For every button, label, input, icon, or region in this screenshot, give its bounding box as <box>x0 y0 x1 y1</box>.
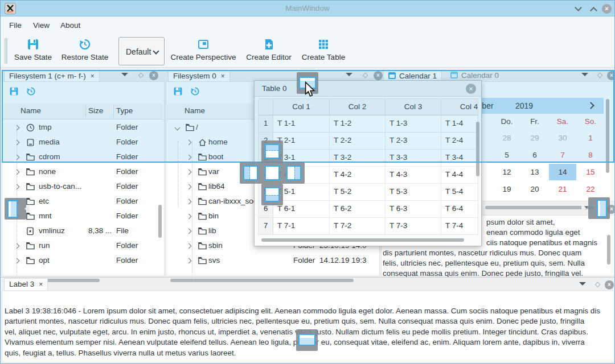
expand-arrow-icon[interactable] <box>186 184 192 190</box>
tab-close-icon[interactable]: × <box>39 280 43 288</box>
restore-state-button[interactable]: Restore State <box>59 38 111 61</box>
restore-icon <box>79 38 91 51</box>
table-cell[interactable]: T 5-4 <box>441 184 478 201</box>
table-cell[interactable]: T 6-3 <box>386 201 441 218</box>
dock-close-icon[interactable]: × <box>605 280 614 289</box>
tree-item-name: usb-to-can... <box>39 182 81 191</box>
tree-item-type: Folder <box>293 256 315 264</box>
table-cell[interactable]: T 5-3 <box>386 184 441 201</box>
save-state-label: Save State <box>14 53 52 61</box>
editor-icon <box>263 38 275 51</box>
tab-label3[interactable]: Label 3× <box>4 278 48 290</box>
table-cell[interactable]: T 6-4 <box>441 201 478 218</box>
minimize-icon[interactable] <box>575 5 584 14</box>
tree-item-name: bin <box>208 212 219 220</box>
tree-item-modified: 14.12.19 19:3 <box>319 256 367 264</box>
tree-row-none[interactable]: noneFolder <box>3 165 163 180</box>
create-editor-button[interactable]: Create Editor <box>244 38 293 61</box>
table-cell[interactable]: T 4-4 <box>441 167 478 184</box>
perspective-combobox[interactable]: Default <box>118 37 165 65</box>
tree-row-vmlinuz[interactable]: vmlinuz8,38 ...File <box>3 224 163 239</box>
table0-hscrollbar[interactable] <box>261 238 464 242</box>
maximize-icon[interactable] <box>590 5 599 14</box>
expand-arrow-icon[interactable] <box>186 214 192 220</box>
calendar-date[interactable]: 22 <box>577 181 604 197</box>
calendar-date[interactable]: 14 <box>549 164 576 180</box>
tree-row-run[interactable]: runFolder <box>3 239 163 254</box>
save-state-button[interactable]: Save State <box>10 38 56 61</box>
tree-item-name: etc <box>39 197 49 205</box>
folder-icon <box>26 242 35 251</box>
table-cell[interactable]: T 7-2 <box>330 218 386 235</box>
lorem-line: psum dolor sit amet, <box>486 218 555 226</box>
split-bottom-icon <box>265 187 280 202</box>
split-top-icon <box>265 144 280 159</box>
window-titlebar[interactable]: MainWindow × <box>1 1 614 16</box>
lorem-line: felis, ultricies nec, pellentesque eu, p… <box>383 259 585 267</box>
tree-item-type: Folder <box>116 167 138 176</box>
toolbar: Save State Restore State Default Create … <box>1 35 614 68</box>
dock-center-icon <box>265 166 280 180</box>
window-close-icon[interactable]: × <box>602 4 612 14</box>
dock-bottom-icon <box>298 334 315 346</box>
label3-tabbar: Label 3× × <box>2 278 614 291</box>
expand-arrow-icon[interactable] <box>186 243 192 249</box>
toolbar-grip[interactable] <box>5 38 7 64</box>
fs1-vscrollbar[interactable] <box>158 205 162 238</box>
menu-view[interactable]: View <box>33 21 50 30</box>
tree-row-svs[interactable]: svsFolder14.12.19 19:3 <box>167 254 379 268</box>
menu-file[interactable]: File <box>9 21 22 30</box>
calendar-date[interactable]: 20 <box>521 181 548 197</box>
table-row-header[interactable]: 7 <box>259 218 273 235</box>
calendar-date[interactable]: 12 <box>493 164 520 180</box>
tree-row-opt[interactable]: optFolder <box>3 254 163 268</box>
calendar-date[interactable]: 19 <box>493 181 520 197</box>
drop-indicator-bottom[interactable] <box>296 329 318 351</box>
table-cell[interactable]: T 5-2 <box>330 184 386 201</box>
dock-menu-icon[interactable] <box>579 282 586 289</box>
dock-float-icon[interactable] <box>595 282 601 288</box>
menu-about[interactable]: About <box>60 21 80 30</box>
tree-item-type: Folder <box>116 212 138 220</box>
calendar-date[interactable]: 21 <box>549 181 576 197</box>
tree-item-name: lib64 <box>208 182 225 191</box>
create-perspective-label: Create Perspective <box>171 53 236 61</box>
table-cell[interactable]: T 4-3 <box>386 167 441 184</box>
expand-arrow-icon[interactable] <box>186 199 192 205</box>
tree-item-size: 8,38 ... <box>88 226 112 235</box>
folder-icon <box>26 168 35 177</box>
dock-right-icon <box>597 200 607 217</box>
drop-indicator-left[interactable] <box>5 198 26 220</box>
tree-item-name: none <box>39 167 56 176</box>
tree-item-type: Folder <box>116 256 138 264</box>
create-table-button[interactable]: Create Table <box>299 38 348 61</box>
tree-item-name: run <box>39 241 50 250</box>
tree-item-name: opt <box>39 256 50 264</box>
drop-indicator-area-left[interactable] <box>240 162 261 184</box>
folder-icon <box>26 257 35 266</box>
drop-indicator-area-bottom[interactable] <box>261 184 283 205</box>
drop-indicator-area-right[interactable] <box>283 162 305 184</box>
drop-indicator-right[interactable] <box>588 197 610 219</box>
drop-indicator-area-top[interactable] <box>261 140 283 162</box>
expand-arrow-icon[interactable] <box>186 258 192 264</box>
lorem-vscrollbar[interactable] <box>607 235 610 264</box>
drop-indicator-area-center[interactable] <box>261 162 283 184</box>
calendar-date[interactable]: 13 <box>521 164 548 180</box>
table-cell[interactable]: T 7-3 <box>386 218 441 235</box>
table-cell[interactable]: T 4-2 <box>330 167 386 184</box>
split-right-icon <box>286 166 301 180</box>
calendar-date[interactable]: 15 <box>577 164 604 180</box>
expand-arrow-icon[interactable] <box>186 169 192 175</box>
table-cell[interactable]: T 7-4 <box>441 218 478 235</box>
tree-item-name: vmlinuz <box>39 226 65 235</box>
folder-icon <box>198 168 207 177</box>
tree-row-usb-to-can-[interactable]: usb-to-can...Folder <box>3 180 163 195</box>
chevron-down-icon <box>153 48 159 54</box>
create-perspective-button[interactable]: Create Perspective <box>169 38 237 61</box>
table-cell[interactable]: T 6-2 <box>330 201 386 218</box>
expand-arrow-icon[interactable] <box>186 229 192 234</box>
table-cell[interactable]: T 7-1 <box>273 218 330 235</box>
window-title: MainWindow <box>1 4 614 13</box>
create-editor-label: Create Editor <box>246 53 292 61</box>
